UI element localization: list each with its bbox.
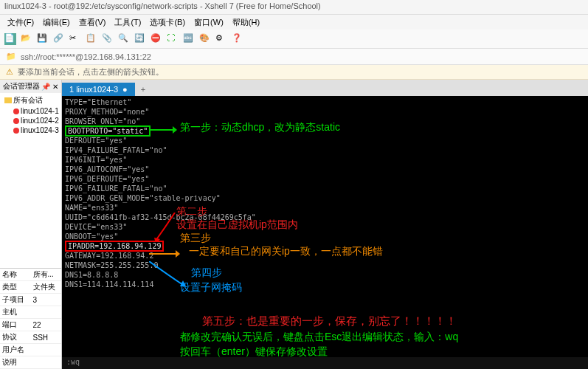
tree-item-2[interactable]: linux1024-2 <box>1 116 60 125</box>
prop-row: 主机 <box>0 306 61 319</box>
tab-active[interactable]: 1 linux1024-3 ● <box>62 83 135 96</box>
prop-row: 子项目3 <box>0 294 61 306</box>
prop-row: 类型文件夹 <box>0 281 61 294</box>
prop-row: 端口22 <box>0 319 61 331</box>
term-line: IPV6INIT="yes" <box>65 155 585 165</box>
menu-view[interactable]: 查看(V) <box>76 16 109 28</box>
open-icon[interactable]: 📂 <box>21 33 32 45</box>
terminal[interactable]: TYPE="Ethernet" PROXY_METHOD="none" BROW… <box>62 96 588 369</box>
session-dot-icon <box>13 128 19 134</box>
session-dot-icon <box>13 108 19 114</box>
window-titlebar: linux1024-3 - root@192:/etc/sysconfig/ne… <box>0 0 588 15</box>
sidebar-title: 会话管理器 <box>3 81 40 92</box>
term-line: IPV6_FAILURE_FATAL="no" <box>65 184 585 193</box>
tab-label: 1 linux1024-3 <box>69 85 118 94</box>
term-line: NETMASK=255.255.255.0 <box>65 261 585 270</box>
address-text[interactable]: ssh://root:******@192.168.94.131:22 <box>21 52 151 61</box>
menu-help[interactable]: 帮助(H) <box>229 16 263 28</box>
tree-item-1[interactable]: linux1024-1 <box>1 106 60 116</box>
term-line: IPV6_AUTOCONF="yes" <box>65 165 585 174</box>
menu-tools[interactable]: 工具(T) <box>111 16 144 28</box>
prop-row: 说明 <box>0 356 61 369</box>
term-line: GATEWAY=192.168.94.2 <box>65 251 585 261</box>
tree-item-label: linux1024-3 <box>21 126 59 134</box>
term-line: IPV6_ADDR_GEN_MODE="stable-privacy" <box>65 193 585 203</box>
sidebar-header: 会话管理器 📌 ✕ <box>0 80 61 93</box>
color-icon[interactable]: 🎨 <box>199 33 211 45</box>
disconnect-icon[interactable]: ✂ <box>69 33 81 45</box>
session-dot-icon <box>13 118 19 124</box>
session-tree: 所有会话 linux1024-1 linux1024-2 linux1024-3 <box>0 93 61 268</box>
term-line: DEVICE="ens33" <box>65 222 585 232</box>
tip-text: 要添加当前会话，点击左侧的箭头按钮。 <box>18 66 164 77</box>
menu-tabs[interactable]: 选项卡(B) <box>147 16 188 28</box>
properties-table: 名称所有... 类型文件夹 子项目3 主机 端口22 协议SSH 用户名 说明 <box>0 269 61 369</box>
term-line: DNS1=114.114.114.114 <box>65 280 585 289</box>
stop-icon[interactable]: ⛔ <box>151 33 162 45</box>
new-icon[interactable]: 📄 <box>4 33 16 45</box>
tree-item-label: linux1024-1 <box>21 107 59 115</box>
tab-strip: 1 linux1024-3 ● + <box>62 80 588 96</box>
term-line-bootproto: BOOTPROTO="static" <box>65 126 585 136</box>
bootproto-highlight: BOOTPROTO="static" <box>65 125 151 137</box>
address-bar: 📁 ssh://root:******@192.168.94.131:22 <box>0 49 588 65</box>
addr-folder-icon[interactable]: 📁 <box>6 52 16 61</box>
toolbar: 📄 📂 💾 🔗 ✂ 📋 📎 🔍 🔄 ⛔ ⛶ 🔤 🎨 ⚙ ❓ <box>0 30 588 49</box>
tree-item-label: linux1024-2 <box>21 117 59 125</box>
prop-row: 用户名 <box>0 344 61 356</box>
prop-row: 名称所有... <box>0 269 61 281</box>
tip-bar: ⚠ 要添加当前会话，点击左侧的箭头按钮。 <box>0 65 588 80</box>
term-line: TYPE="Ethernet" <box>65 97 585 107</box>
save-icon[interactable]: 💾 <box>37 33 49 45</box>
menu-bar: 文件(F) 编辑(E) 查看(V) 工具(T) 选项卡(B) 窗口(W) 帮助(… <box>0 15 588 30</box>
term-line: IPV6_DEFROUTE="yes" <box>65 174 585 184</box>
menu-edit[interactable]: 编辑(E) <box>40 16 73 28</box>
tree-item-3[interactable]: linux1024-3 <box>1 125 60 135</box>
fullscreen-icon[interactable]: ⛶ <box>167 33 179 45</box>
search-icon[interactable]: 🔍 <box>118 33 130 45</box>
tree-root-label: 所有会话 <box>13 95 43 106</box>
term-line-ipaddr: IPADDR=192.168.94.129 <box>65 241 585 251</box>
sidebar-close-icon[interactable]: ✕ <box>52 83 58 91</box>
tab-add-button[interactable]: + <box>135 83 151 96</box>
tab-close-icon[interactable]: ● <box>122 85 128 94</box>
term-line: PROXY_METHOD="none" <box>65 107 585 117</box>
term-line: DNS1=8.8.8.8 <box>65 270 585 280</box>
tree-root[interactable]: 所有会话 <box>1 94 60 106</box>
tip-icon: ⚠ <box>6 67 13 77</box>
properties-panel: 名称所有... 类型文件夹 子项目3 主机 端口22 协议SSH 用户名 说明 <box>0 268 61 369</box>
folder-icon <box>4 97 12 103</box>
session-sidebar: 会话管理器 📌 ✕ 所有会话 linux1024-1 linux1024-2 l… <box>0 80 62 369</box>
terminal-area: 1 linux1024-3 ● + TYPE="Ethernet" PROXY_… <box>62 80 588 369</box>
font-icon[interactable]: 🔤 <box>183 33 195 45</box>
sidebar-pin-icon[interactable]: 📌 <box>41 83 50 91</box>
window-title: linux1024-3 - root@192:/etc/sysconfig/ne… <box>4 1 321 10</box>
term-line: DEFROUTE="yes" <box>65 136 585 145</box>
prop-row: 协议SSH <box>0 331 61 344</box>
connect-icon[interactable]: 🔗 <box>53 33 65 45</box>
help-icon[interactable]: ❓ <box>232 33 243 45</box>
ipaddr-highlight: IPADDR=192.168.94.129 <box>65 241 164 252</box>
menu-file[interactable]: 文件(F) <box>4 16 37 28</box>
settings-icon[interactable]: ⚙ <box>215 33 227 45</box>
term-line: IPV4_FAILURE_FATAL="no" <box>65 145 585 155</box>
paste-icon[interactable]: 📎 <box>102 33 114 45</box>
menu-window[interactable]: 窗口(W) <box>191 16 226 28</box>
vim-command-bar[interactable]: :wq <box>62 357 588 369</box>
term-line: UUID="c6d641fb-af32-415d-bc2a-08f44269c5… <box>65 213 585 222</box>
refresh-icon[interactable]: 🔄 <box>134 33 146 45</box>
copy-icon[interactable]: 📋 <box>86 33 97 45</box>
term-line: NAME="ens33" <box>65 203 585 213</box>
vim-command: :wq <box>66 358 80 366</box>
